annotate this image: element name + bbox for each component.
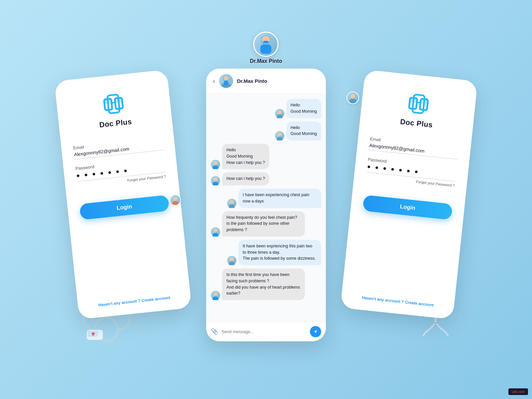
doc-avatar-svg-4 <box>211 176 220 185</box>
bubble-5: I have been experiencing chest pain now … <box>238 189 321 208</box>
svg-rect-32 <box>260 45 271 54</box>
create-account-left: Haven't any account ? Create account <box>89 288 179 308</box>
login-button-left[interactable]: Login <box>79 195 170 220</box>
bubble-6: How frequenty do you feel chest pain?Is … <box>222 211 305 236</box>
user-avatar-svg-2 <box>275 131 284 140</box>
portrait-circle <box>253 32 279 57</box>
bubble-2: HelloGood Morning <box>286 121 321 141</box>
create-account-right: Haven't any account ? Create account <box>353 288 443 308</box>
svg-point-18 <box>213 161 217 165</box>
user-avatar-svg-1 <box>275 109 284 118</box>
svg-rect-33 <box>263 41 269 43</box>
docplus-logo-right <box>405 91 432 117</box>
msg-avatar-6 <box>211 227 220 236</box>
message-row-6: How frequenty do you feel chest pain?Is … <box>211 211 321 236</box>
message-row-3: HelloGood MorningHow can i help you ? <box>211 144 321 169</box>
svg-point-28 <box>213 292 217 296</box>
msg-avatar-8 <box>211 291 220 300</box>
logo-area-right: Doc Plus <box>372 87 464 132</box>
docplus-logo-left <box>100 91 127 117</box>
doc-avatar-svg-6 <box>211 227 220 236</box>
bubble-4: How can i help you ? <box>222 173 269 186</box>
portrait-svg <box>254 32 278 56</box>
logo-text-right: Doc Plus <box>400 117 433 129</box>
svg-point-14 <box>278 110 282 114</box>
svg-point-16 <box>278 132 282 136</box>
user-avatar-svg-5 <box>227 199 236 208</box>
watermark-tld: .com <box>517 390 525 394</box>
form-right: Email Alexgonnny82@gmail.com Password ● … <box>362 136 459 220</box>
svg-point-35 <box>349 99 356 103</box>
message-row-5: I have been experiencing chest pain now … <box>211 189 321 208</box>
msg-avatar-7 <box>227 256 236 265</box>
bubble-1: HelloGood Morning <box>286 99 321 118</box>
svg-point-21 <box>212 182 218 185</box>
create-account-link-left[interactable]: Create account <box>141 295 171 303</box>
chat-body[interactable]: HelloGood Morning HelloGood Morning <box>206 93 326 322</box>
portrait-name: Dr.Max Pinto <box>250 58 282 64</box>
bubble-7: It have been expriencing this pain two t… <box>238 240 321 265</box>
chat-input-row: 📎 <box>206 322 326 341</box>
float-avatar-svg-tr <box>347 92 358 103</box>
svg-point-37 <box>172 201 178 205</box>
message-row-1: HelloGood Morning <box>211 99 321 118</box>
svg-rect-13 <box>224 80 228 85</box>
message-row-4: How can i help you ? <box>211 173 321 186</box>
user-avatar-svg-7 <box>227 256 236 265</box>
login-card-right: Doc Plus Email Alexgonnny82@gmail.com Pa… <box>340 69 477 320</box>
back-button[interactable]: ‹ <box>213 77 215 85</box>
svg-point-25 <box>212 233 218 236</box>
svg-point-29 <box>212 296 218 300</box>
scene: Doc Plus Email Alexgonnny82@gmail.com Pa… <box>66 42 466 357</box>
svg-point-24 <box>213 228 217 232</box>
float-avatar-tr <box>346 91 359 104</box>
svg-point-20 <box>213 177 217 181</box>
send-button[interactable] <box>310 326 321 337</box>
message-input[interactable] <box>221 329 307 334</box>
msg-avatar-2 <box>275 131 284 140</box>
message-row-2: HelloGood Morning <box>211 121 321 141</box>
doctor-portrait: Dr.Max Pinto <box>250 32 282 64</box>
chat-card: ‹ Dr.Max Pinto HelloGood Morning <box>206 68 326 341</box>
svg-point-26 <box>230 257 234 261</box>
svg-point-36 <box>173 197 177 200</box>
logo-area-left: Doc Plus <box>68 87 160 132</box>
form-left: Email Alexgonnny82@gmail.com Password ● … <box>73 136 170 220</box>
msg-avatar-4 <box>211 176 220 185</box>
chat-header: ‹ Dr.Max Pinto <box>206 68 326 93</box>
svg-point-12 <box>224 76 228 80</box>
svg-point-17 <box>277 137 283 140</box>
chat-doctor-name: Dr.Max Pinto <box>237 78 267 84</box>
bubble-8: Is this the first time you have been fac… <box>222 268 305 300</box>
create-account-link-right[interactable]: Create account <box>405 300 434 308</box>
message-row-7: It have been expriencing this pain two t… <box>211 240 321 265</box>
message-row-8: Is this the first time you have been fac… <box>211 268 321 300</box>
msg-avatar-1 <box>275 109 284 118</box>
attach-icon[interactable]: 📎 <box>211 328 218 335</box>
chat-header-avatar <box>219 74 233 88</box>
svg-point-22 <box>230 200 234 204</box>
bubble-3: HelloGood MorningHow can i help you ? <box>222 144 269 169</box>
send-icon <box>313 329 318 334</box>
doc-avatar-svg-8 <box>211 291 220 300</box>
msg-avatar-5 <box>227 199 236 208</box>
float-avatar-ml <box>170 195 181 206</box>
float-avatar-svg-ml <box>170 195 180 205</box>
svg-point-34 <box>350 94 355 98</box>
doctor-avatar-svg <box>219 74 233 88</box>
msg-avatar-3 <box>211 160 220 169</box>
svg-point-19 <box>212 166 218 169</box>
svg-rect-9 <box>412 94 425 113</box>
watermark: ui8.com <box>508 388 528 395</box>
svg-point-15 <box>277 114 283 118</box>
logo-text-left: Doc Plus <box>99 117 132 129</box>
login-button-right[interactable]: Login <box>362 195 453 220</box>
login-card-left: Doc Plus Email Alexgonnny82@gmail.com Pa… <box>54 69 192 320</box>
svg-rect-4 <box>107 94 120 113</box>
doc-avatar-svg-3 <box>211 160 220 169</box>
svg-point-23 <box>229 204 235 208</box>
watermark-site: ui8 <box>512 390 517 394</box>
svg-point-27 <box>229 261 235 265</box>
